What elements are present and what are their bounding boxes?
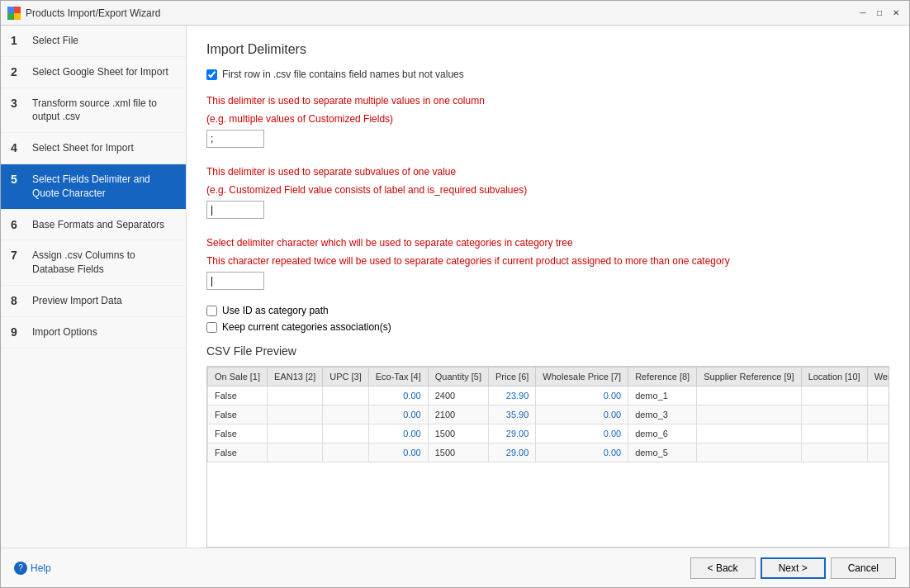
maximize-button[interactable]: □ [873,7,886,20]
cell-r0-c6: 0.00 [536,386,628,405]
keep-categories-label: Keep current categories association(s) [222,321,391,333]
delimiter2-input[interactable] [206,201,264,219]
help-icon: ? [14,562,27,575]
cell-r1-c1 [268,405,323,424]
sidebar-item-2[interactable]: 2 Select Google Sheet for Import [1,57,186,88]
cell-r0-c4: 2400 [428,386,488,405]
close-button[interactable]: ✕ [889,7,903,20]
window-title: Products Import/Export Wizard [26,7,856,19]
cell-r3-c5: 29.00 [489,443,536,462]
app-icon [7,7,21,20]
sidebar-item-4[interactable]: 4 Select Sheet for Import [1,133,186,164]
sidebar-label-9: Import Options [32,325,97,339]
cell-r0-c1 [268,386,323,405]
first-row-checkbox-row: First row in .csv file contains field na… [206,69,889,80]
csv-table-wrapper[interactable]: On Sale [1] EAN13 [2] UPC [3] Eco-Tax [4… [206,366,889,548]
delimiter1-desc2: (e.g. multiple values of Customized Fiel… [206,111,889,126]
cell-r1-c10: 0 [867,405,889,424]
cell-r2-c0: False [208,424,268,443]
sidebar-number-4: 4 [11,141,24,154]
cell-r3-c6: 0.00 [536,443,628,462]
svg-rect-1 [14,7,21,13]
sidebar-item-5[interactable]: 5 Select Fields Delimiter and Quote Char… [1,164,186,210]
sidebar-item-8[interactable]: 8 Preview Import Data [1,286,186,317]
category-desc2: This character repeated twice will be us… [206,254,889,268]
use-id-checkbox[interactable] [206,306,217,316]
first-row-checkbox[interactable] [206,69,217,80]
cell-r2-c3: 0.00 [368,424,428,443]
cell-r0-c5: 23.90 [489,386,536,405]
sidebar-number-2: 2 [11,65,24,78]
sidebar-item-3[interactable]: 3 Transform source .xml file to output .… [1,88,186,134]
window-controls: ─ □ ✕ [856,7,903,20]
col-upc: UPC [3] [323,368,369,386]
delimiter1-section: This delimiter is used to separate multi… [206,93,889,154]
sidebar: 1 Select File 2 Select Google Sheet for … [1,26,187,548]
cell-r2-c9 [801,424,867,443]
content-area: 1 Select File 2 Select Google Sheet for … [1,26,909,548]
cell-r0-c7: demo_1 [628,386,697,405]
cancel-button[interactable]: Cancel [831,557,896,579]
col-eco-tax: Eco-Tax [4] [368,368,428,386]
help-link[interactable]: ? Help [14,562,51,575]
table-row: False0.00150029.000.00demo_50 [208,443,890,462]
cell-r1-c0: False [208,405,268,424]
col-weight: Weight [11] [867,368,889,386]
sidebar-label-3: Transform source .xml file to output .cs… [32,97,176,125]
sidebar-number-3: 3 [11,97,24,110]
back-button[interactable]: < Back [690,557,756,579]
sidebar-number-8: 8 [11,294,24,307]
sidebar-item-6[interactable]: 6 Base Formats and Separators [1,210,186,241]
sidebar-label-7: Assign .csv Columns to Database Fields [32,249,176,277]
sidebar-number-9: 9 [11,325,24,339]
col-supplier-ref: Supplier Reference [9] [697,368,801,386]
cell-r0-c3: 0.00 [368,386,428,405]
cell-r1-c3: 0.00 [368,405,428,424]
footer: ? Help < Back Next > Cancel [1,548,909,587]
next-button[interactable]: Next > [761,557,826,579]
cell-r0-c10: 0 [867,386,889,405]
sidebar-item-7[interactable]: 7 Assign .csv Columns to Database Fields [1,240,186,286]
category-desc1: Select delimiter character which will be… [206,235,889,250]
sidebar-label-4: Select Sheet for Import [32,141,134,155]
cell-r1-c6: 0.00 [536,405,628,424]
category-section: Select delimiter character which will be… [206,235,889,296]
csv-preview-title: CSV File Preview [206,344,889,358]
svg-rect-3 [14,13,21,20]
cell-r1-c5: 35.90 [489,405,536,424]
sidebar-item-1[interactable]: 1 Select File [1,26,186,57]
delimiter1-input[interactable] [206,130,264,148]
cell-r3-c9 [801,443,867,462]
svg-rect-0 [7,7,14,13]
col-on-sale: On Sale [1] [208,368,268,386]
csv-preview-table: On Sale [1] EAN13 [2] UPC [3] Eco-Tax [4… [207,367,889,462]
cell-r0-c0: False [208,386,268,405]
cell-r3-c3: 0.00 [368,443,428,462]
cell-r2-c10: 0 [867,424,889,443]
footer-buttons: < Back Next > Cancel [690,557,896,579]
cell-r0-c8 [697,386,801,405]
col-ean13: EAN13 [2] [268,368,323,386]
use-id-label: Use ID as category path [222,305,329,316]
cell-r3-c2 [323,443,369,462]
table-row: False0.00240023.900.00demo_10 [208,386,890,405]
sidebar-label-6: Base Formats and Separators [32,218,164,232]
col-wholesale-price: Wholesale Price [7] [536,368,628,386]
svg-rect-2 [7,13,14,20]
category-input[interactable] [206,272,264,290]
sidebar-item-9[interactable]: 9 Import Options [1,317,186,349]
minimize-button[interactable]: ─ [856,7,870,20]
cell-r1-c9 [801,405,867,424]
cell-r3-c10: 0 [867,443,889,462]
cell-r3-c7: demo_5 [628,443,697,462]
cell-r3-c8 [697,443,801,462]
sidebar-number-1: 1 [11,34,24,47]
main-content: Import Delimiters First row in .csv file… [187,26,909,548]
cell-r1-c8 [697,405,801,424]
col-reference: Reference [8] [628,368,697,386]
table-row: False0.00150029.000.00demo_60 [208,424,890,443]
use-id-checkbox-row: Use ID as category path [206,305,889,316]
sidebar-label-1: Select File [32,34,78,48]
keep-categories-checkbox[interactable] [206,322,217,333]
cell-r2-c4: 1500 [428,424,488,443]
